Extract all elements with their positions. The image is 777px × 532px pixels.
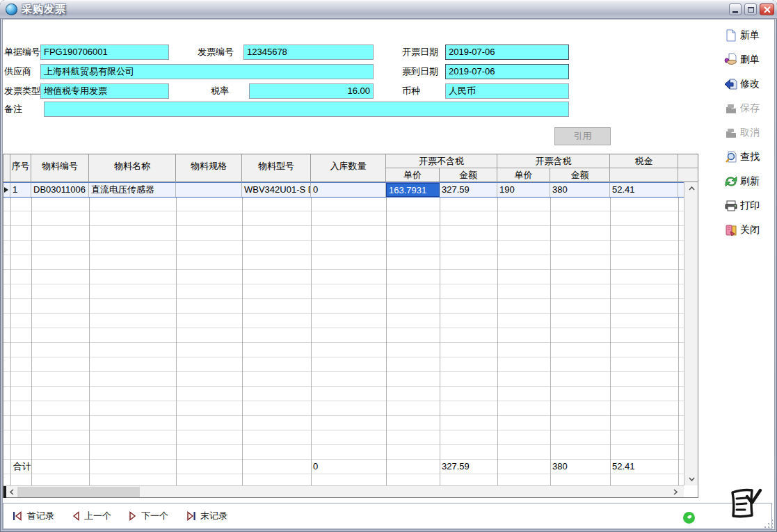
tax-rate-field[interactable]: 16.00: [249, 83, 374, 99]
horizontal-scroll-thumb[interactable]: [17, 487, 140, 497]
print-button[interactable]: 打印: [724, 198, 777, 214]
cell-unit-price-excl-selected[interactable]: 163.7931: [386, 183, 440, 197]
supplier-field[interactable]: 上海科航贸易有限公司: [40, 64, 374, 79]
total-amount-incl: 380: [550, 460, 610, 474]
prev-record-icon: [72, 511, 80, 521]
cell-name[interactable]: 直流电压传感器: [89, 183, 176, 197]
doc-no-label: 单据编号: [4, 45, 40, 60]
header-model: 物料型号: [242, 154, 311, 182]
invoice-type-field[interactable]: 增值税专用发票: [40, 83, 169, 99]
cell-unit-price-incl[interactable]: 190: [497, 183, 550, 197]
currency-field[interactable]: 人民币: [445, 83, 569, 99]
first-record-icon: [13, 511, 23, 521]
header-code: 物料编号: [31, 154, 89, 182]
header-tax-sub: [610, 168, 678, 182]
invoice-no-label: 发票编号: [198, 45, 234, 60]
grid-body[interactable]: [3, 182, 684, 485]
arrival-date-label: 票到日期: [402, 64, 438, 79]
grid-total-row: 合计 0 327.59 380 52.41: [3, 460, 684, 474]
grid-vertical-scrollbar[interactable]: [684, 182, 698, 485]
header-name: 物料名称: [89, 154, 176, 182]
find-button[interactable]: 查找: [724, 149, 777, 166]
green-circle-icon: [682, 511, 696, 524]
save-button[interactable]: 保存: [724, 100, 777, 117]
cell-amount-excl[interactable]: 327.59: [440, 183, 497, 197]
invoice-no-field[interactable]: 12345678: [243, 45, 374, 60]
cell-seq[interactable]: 1: [10, 183, 31, 197]
cell-tax[interactable]: 52.41: [610, 183, 678, 197]
close-button[interactable]: [760, 3, 774, 15]
total-amount-excl: 327.59: [440, 460, 497, 474]
purchase-invoice-window: 采购发票 单据编号 FPG190706001 发票编号 12345678 开票日…: [0, 0, 777, 532]
cell-amount-incl[interactable]: 380: [550, 183, 610, 197]
scroll-up-button[interactable]: [684, 182, 698, 195]
supplier-label: 供应商: [4, 64, 31, 79]
minimize-icon: [732, 11, 738, 13]
header-spec: 物料规格: [176, 154, 242, 182]
close-window-button[interactable]: 关闭: [724, 222, 777, 239]
total-qty: 0: [311, 460, 386, 474]
title-bar[interactable]: 采购发票: [0, 0, 777, 19]
prev-record-button[interactable]: 上一个: [72, 508, 111, 524]
next-record-icon: [129, 511, 137, 521]
remark-field[interactable]: [44, 102, 569, 117]
cell-spec[interactable]: [176, 183, 242, 197]
maximize-button[interactable]: [744, 3, 757, 15]
record-nav-panel: [3, 503, 772, 529]
resize-grip[interactable]: [764, 519, 774, 529]
header-unit-price-excl: 单价: [386, 168, 440, 182]
refresh-button[interactable]: 刷新: [724, 173, 777, 190]
scroll-right-button[interactable]: [670, 486, 681, 498]
minimize-button[interactable]: [729, 3, 742, 15]
delete-doc-icon: [724, 53, 738, 67]
sketch-note-icon: [726, 485, 765, 524]
edit-doc-icon: [724, 77, 738, 91]
cell-qty[interactable]: 0: [311, 183, 386, 197]
save-icon: [724, 102, 738, 115]
new-doc-icon: [724, 29, 738, 42]
window-title: 采购发票: [22, 3, 66, 16]
grid-row-1[interactable]: 1 DB03011006 直流电压传感器 WBV342U01-S D( 0 16…: [3, 182, 684, 198]
next-record-button[interactable]: 下一个: [129, 508, 168, 524]
invoice-type-label: 发票类型: [4, 83, 40, 99]
doc-no-field[interactable]: FPG190706001: [40, 45, 169, 60]
current-row-arrow-icon: [4, 187, 8, 193]
print-icon: [724, 199, 738, 213]
header-amount-incl: 金额: [550, 168, 610, 182]
quote-button[interactable]: 引用: [554, 127, 611, 145]
edit-doc-button[interactable]: 修改: [724, 76, 777, 92]
arrival-date-field[interactable]: 2019-07-06: [445, 64, 569, 79]
invoice-date-label: 开票日期: [402, 45, 438, 60]
cell-code[interactable]: DB03011006: [31, 183, 89, 197]
invoice-date-field[interactable]: 2019-07-06: [445, 45, 569, 60]
status-dot[interactable]: [682, 511, 696, 527]
remark-label: 备注: [4, 102, 22, 117]
grid-horizontal-scrollbar[interactable]: [3, 485, 684, 497]
chevron-right-icon: [673, 489, 678, 495]
header-amount-excl: 金额: [440, 168, 497, 182]
cancel-button[interactable]: 取消: [724, 124, 777, 141]
scroll-left-button[interactable]: [6, 486, 17, 498]
header-filler-sub: [678, 168, 698, 182]
header-qty: 入库数量: [311, 154, 386, 182]
new-doc-button[interactable]: 新单: [724, 27, 777, 44]
cell-model[interactable]: WBV342U01-S D(: [242, 183, 311, 197]
close-x-icon: [764, 6, 771, 13]
find-icon: [724, 150, 738, 164]
first-record-button[interactable]: 首记录: [13, 508, 54, 524]
app-globe-icon: [6, 3, 17, 15]
cancel-icon: [724, 126, 738, 140]
delete-doc-button[interactable]: 删单: [724, 51, 777, 68]
row-selector-cell[interactable]: [3, 183, 10, 197]
grid-header: 序号 物料编号 物料名称 物料规格 物料型号 入库数量 开票不含税 开票含税 税…: [3, 154, 698, 182]
refresh-icon: [724, 175, 738, 188]
last-record-button[interactable]: 末记录: [186, 508, 227, 524]
scroll-down-button[interactable]: [684, 473, 698, 485]
header-filler: [678, 154, 698, 168]
currency-label: 币种: [402, 83, 420, 99]
header-tax: 税金: [610, 154, 678, 168]
header-seq: 序号: [10, 154, 31, 182]
cell-filler: [678, 183, 684, 197]
close-book-icon: [724, 223, 738, 237]
total-tax: 52.41: [610, 460, 678, 474]
